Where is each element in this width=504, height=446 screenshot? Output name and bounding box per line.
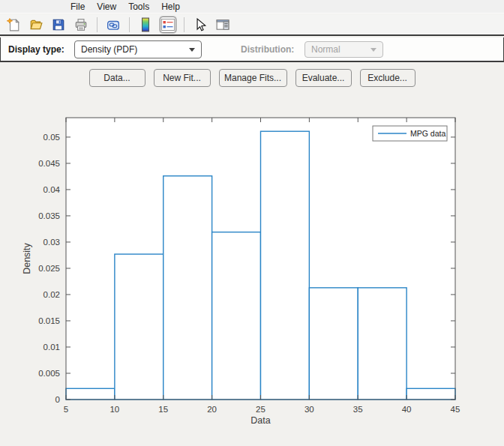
new-document-icon — [7, 18, 20, 31]
y-axis-label: Density — [22, 242, 32, 274]
menu-help[interactable]: Help — [157, 1, 184, 13]
edit-plot-icon[interactable] — [192, 16, 208, 33]
show-plot-tools-icon[interactable] — [214, 16, 231, 33]
x-tick-label: 20 — [207, 405, 217, 414]
data-button[interactable]: Data... — [89, 69, 146, 87]
menu-tools[interactable]: Tools — [124, 1, 154, 13]
x-tick-label: 30 — [304, 405, 314, 414]
colorbar-icon — [140, 17, 151, 32]
save-figure-icon[interactable] — [50, 16, 67, 33]
toolbar-separator — [184, 17, 184, 32]
display-controls-bar: Display type: Density (PDF) Distribution… — [0, 37, 504, 62]
x-tick-label: 40 — [402, 405, 412, 414]
display-type-dropdown[interactable]: Density (PDF) — [74, 40, 202, 58]
print-figure-icon[interactable] — [73, 16, 89, 33]
y-tick-label: 0.005 — [38, 369, 60, 378]
printer-icon — [74, 18, 88, 31]
histogram-bar — [261, 131, 310, 400]
action-button-row: Data... New Fit... Manage Fits... Evalua… — [0, 69, 504, 88]
distribution-label: Distribution: — [241, 44, 294, 55]
distribution-dropdown: Normal — [304, 41, 383, 58]
y-tick-label: 0.01 — [44, 343, 60, 352]
y-tick-label: 0.025 — [38, 264, 60, 273]
histogram-bar — [358, 288, 406, 400]
y-tick-label: 0.04 — [44, 185, 61, 194]
chevron-down-icon — [189, 48, 195, 52]
insert-colorbar-icon[interactable] — [137, 16, 154, 33]
histogram-bar — [115, 254, 164, 400]
y-tick-label: 0 — [56, 395, 60, 404]
histogram-plot[interactable]: 5101520253035404500.0050.010.0150.020.02… — [0, 97, 504, 446]
y-tick-label: 0.035 — [38, 211, 60, 220]
figure-toolbar — [0, 14, 504, 36]
evaluate-button[interactable]: Evaluate... — [296, 69, 352, 87]
legend-icon — [161, 19, 175, 31]
menu-view[interactable]: View — [92, 1, 121, 13]
floppy-disk-icon — [52, 18, 65, 31]
y-tick-label: 0.015 — [38, 316, 60, 325]
histogram-bar — [164, 176, 212, 400]
x-tick-label: 5 — [64, 405, 68, 414]
display-type-value: Density (PDF) — [81, 44, 137, 55]
y-tick-label: 0.02 — [44, 290, 60, 299]
menu-bar: File View Tools Help — [0, 0, 504, 13]
display-type-label: Display type: — [8, 44, 64, 55]
x-tick-label: 25 — [256, 405, 266, 414]
distribution-value: Normal — [311, 44, 340, 55]
menu-file[interactable]: File — [66, 1, 89, 13]
x-tick-label: 10 — [110, 405, 119, 414]
histogram-bar — [406, 388, 455, 400]
exclude-button[interactable]: Exclude... — [360, 69, 416, 87]
x-tick-label: 45 — [451, 405, 460, 414]
toolbar-separator — [129, 17, 130, 32]
open-file-icon[interactable] — [28, 16, 44, 33]
legend-label: MPG data — [410, 129, 446, 138]
new-figure-icon[interactable] — [5, 16, 22, 33]
chain-link-icon — [106, 18, 120, 31]
new-fit-button[interactable]: New Fit... — [154, 69, 211, 87]
toolbar-separator — [97, 17, 98, 32]
cursor-arrow-icon — [194, 18, 207, 31]
open-folder-icon — [29, 18, 43, 31]
y-tick-label: 0.03 — [44, 238, 60, 247]
y-tick-label: 0.045 — [38, 159, 60, 168]
link-plot-icon[interactable] — [105, 16, 122, 33]
x-axis-label: Data — [250, 415, 270, 426]
histogram-bar — [212, 232, 261, 400]
histogram-bar — [66, 388, 115, 400]
x-tick-label: 15 — [158, 405, 168, 414]
histogram-bar — [309, 288, 358, 400]
plot-tools-panel-icon — [216, 18, 230, 31]
insert-legend-button[interactable] — [160, 16, 176, 33]
x-tick-label: 35 — [353, 405, 363, 414]
distribution-fitter-window: { "menu": { "items": ["File", "View", "T… — [0, 0, 504, 446]
y-tick-label: 0.05 — [44, 133, 60, 142]
chevron-down-icon — [370, 48, 376, 52]
manage-fits-button[interactable]: Manage Fits... — [219, 69, 287, 87]
